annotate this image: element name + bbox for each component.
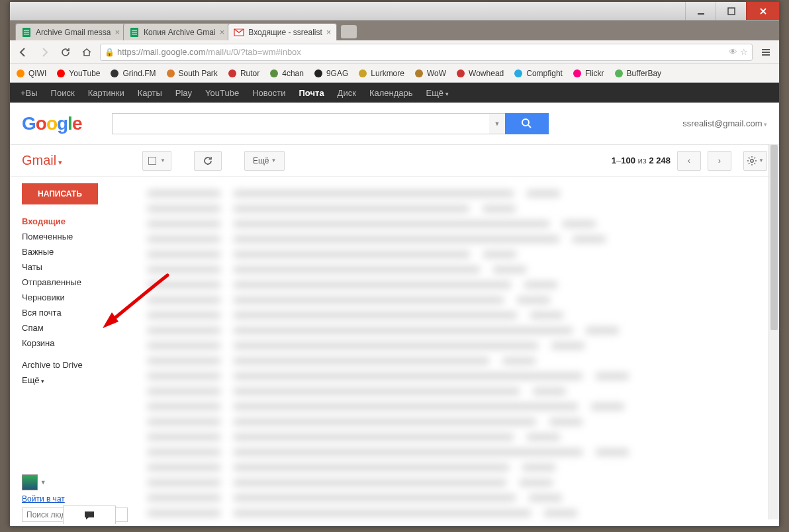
bookmark[interactable]: 9GAG xyxy=(313,68,348,79)
svg-rect-5 xyxy=(24,34,29,34)
star-icon[interactable]: ☆ xyxy=(740,47,748,57)
bookmark[interactable]: QIWI xyxy=(15,68,46,79)
reload-button[interactable] xyxy=(58,44,73,60)
compose-button[interactable]: НАПИСАТЬ xyxy=(22,183,98,204)
list-item xyxy=(148,506,766,521)
sidebar-nav-item[interactable]: Помеченные xyxy=(22,229,142,244)
gnav-link[interactable]: Диск xyxy=(338,88,356,98)
tab-close-icon[interactable]: × xyxy=(326,27,332,37)
search-input[interactable] xyxy=(112,113,489,134)
bookmark[interactable]: Wowhead xyxy=(455,68,504,79)
next-page-button[interactable]: › xyxy=(708,151,731,171)
home-button[interactable] xyxy=(79,44,95,60)
close-button[interactable] xyxy=(746,2,779,20)
list-item xyxy=(148,277,766,292)
menu-button[interactable] xyxy=(758,44,774,60)
bookmark-icon xyxy=(513,68,524,79)
scrollbar-thumb[interactable] xyxy=(770,145,778,330)
bookmark[interactable]: Lurkmore xyxy=(357,68,404,79)
scrollbar[interactable] xyxy=(768,145,779,519)
bookmark-label: WoW xyxy=(427,69,446,78)
back-button[interactable] xyxy=(15,44,31,60)
bookmark-label: 9GAG xyxy=(326,69,348,78)
bookmark-icon xyxy=(455,68,466,79)
tab-close-icon[interactable]: × xyxy=(220,27,225,37)
gnav-link[interactable]: Play xyxy=(175,88,192,98)
settings-button[interactable]: ▼ xyxy=(743,151,767,171)
more-button[interactable]: Ещё▼ xyxy=(244,151,285,171)
search-button[interactable] xyxy=(505,113,549,134)
bookmark[interactable]: BufferBay xyxy=(614,68,661,79)
sidebar-archive-to-drive[interactable]: Archive to Drive xyxy=(22,357,142,373)
new-tab-button[interactable] xyxy=(341,25,357,38)
gnav-link[interactable]: Почта xyxy=(299,88,324,98)
sidebar-nav-item[interactable]: Входящие xyxy=(22,214,142,229)
gnav-link[interactable]: Ещё xyxy=(426,88,449,98)
bookmark-label: Grind.FM xyxy=(122,69,156,78)
bookmark-icon xyxy=(15,68,26,79)
gnav-link[interactable]: Картинки xyxy=(88,88,124,98)
browser-toolbar: 🔒 https://mail.google.com/mail/u/0/?tab=… xyxy=(10,40,779,64)
gnav-link[interactable]: Новости xyxy=(252,88,285,98)
google-logo: Google xyxy=(22,113,101,134)
gnav-link[interactable]: Календарь xyxy=(369,88,413,98)
sidebar-nav-item[interactable]: Чаты xyxy=(22,259,142,275)
prev-page-button[interactable]: ‹ xyxy=(677,151,701,171)
bookmark[interactable]: Rutor xyxy=(227,68,259,79)
svg-point-11 xyxy=(17,69,24,77)
gmail-toolbar: Gmail ▼ Ещё▼ 1–100 из 2 248 ‹ › ▼ xyxy=(10,145,779,177)
eye-icon[interactable]: 👁 xyxy=(729,47,737,57)
bookmark[interactable]: YouTube xyxy=(56,68,100,79)
bookmark[interactable]: South Park xyxy=(165,68,218,79)
gmail-dropdown[interactable]: Gmail xyxy=(22,153,133,168)
browser-tab[interactable]: Входящие - ssrealist× xyxy=(228,23,337,40)
search-options-button[interactable]: ▼ xyxy=(489,113,505,134)
gnav-link[interactable]: YouTube xyxy=(205,88,239,98)
sidebar-more[interactable]: Ещё xyxy=(22,373,142,388)
svg-rect-1 xyxy=(728,8,735,15)
main-area: НАПИСАТЬ ВходящиеПомеченныеВажныеЧатыОтп… xyxy=(10,177,779,526)
sidebar-nav-item[interactable]: Спам xyxy=(22,320,142,335)
svg-point-20 xyxy=(457,69,465,77)
list-item xyxy=(148,353,766,369)
browser-tab[interactable]: Archive Gmail messa× xyxy=(15,23,126,40)
svg-point-24 xyxy=(522,119,529,126)
browser-tab[interactable]: Копия Archive Gmai× xyxy=(123,23,230,40)
sidebar-nav-item[interactable]: Корзина xyxy=(22,335,142,351)
gnav-link[interactable]: +Вы xyxy=(21,88,38,98)
bookmark[interactable]: Grind.FM xyxy=(109,68,156,79)
bookmark[interactable]: WoW xyxy=(414,68,446,79)
user-menu[interactable]: ssrealist@gmail.com xyxy=(682,118,767,128)
chat-fab[interactable] xyxy=(63,506,116,524)
gnav-link[interactable]: Поиск xyxy=(51,88,75,98)
address-bar[interactable]: 🔒 https://mail.google.com/mail/u/0/?tab=… xyxy=(100,44,753,61)
bookmark[interactable]: Compfight xyxy=(513,68,563,79)
bookmark-label: Flickr xyxy=(585,69,604,78)
list-item xyxy=(148,262,766,277)
sidebar-nav-item[interactable]: Отправленные xyxy=(22,275,142,290)
list-item xyxy=(148,216,766,232)
chat-login-link[interactable]: Войти в чат xyxy=(22,494,142,504)
bookmark[interactable]: Flickr xyxy=(572,68,604,79)
gnav-link[interactable]: Карты xyxy=(138,88,162,98)
bookmark-label: Compfight xyxy=(526,69,563,78)
bookmark-label: Lurkmore xyxy=(371,69,404,78)
list-item xyxy=(148,323,766,338)
maximize-button[interactable] xyxy=(716,2,746,20)
list-item xyxy=(148,460,766,475)
search-form: ▼ xyxy=(112,113,549,134)
forward-button[interactable] xyxy=(36,44,52,60)
list-item xyxy=(148,490,766,506)
list-item xyxy=(148,429,766,445)
bookmark[interactable]: 4chan xyxy=(269,68,304,79)
tab-close-icon[interactable]: × xyxy=(115,27,120,37)
bookmark-label: Wowhead xyxy=(469,69,504,78)
svg-rect-8 xyxy=(132,32,137,32)
sidebar-nav-item[interactable]: Вся почта xyxy=(22,305,142,320)
select-all-button[interactable]: ▼ xyxy=(142,151,171,171)
sidebar-nav-item[interactable]: Черновики xyxy=(22,290,142,305)
sidebar-nav-item[interactable]: Важные xyxy=(22,244,142,259)
minimize-button[interactable] xyxy=(685,2,716,20)
refresh-button[interactable] xyxy=(194,151,222,171)
bookmark-label: 4chan xyxy=(282,69,304,78)
